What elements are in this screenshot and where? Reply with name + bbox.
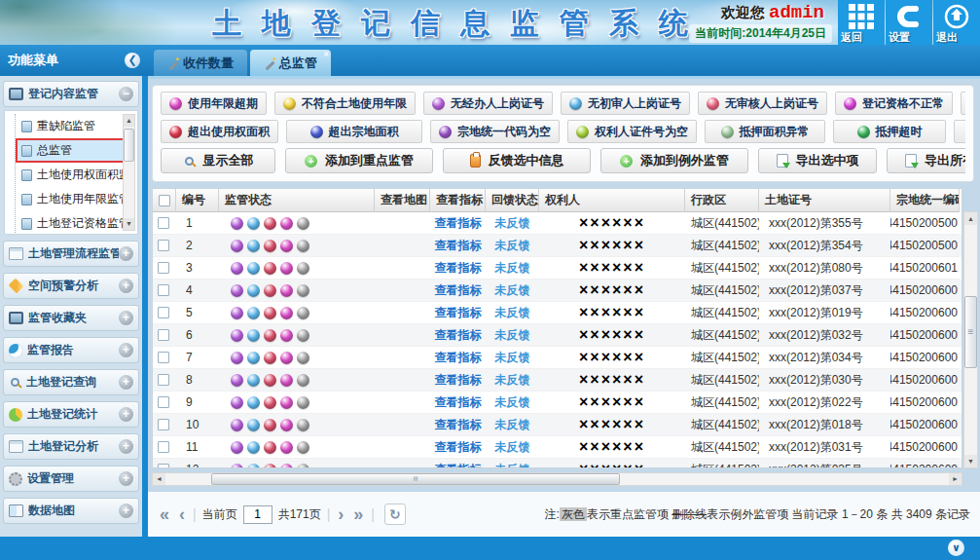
settings-button[interactable]: 设置 [886, 0, 932, 45]
row-checkbox[interactable] [158, 352, 169, 363]
vertical-scroll-thumb[interactable] [964, 296, 977, 368]
owner-cell: ×××××× [539, 212, 685, 235]
toolbar-button[interactable]: 反馈选中信息 [443, 148, 591, 173]
scroll-down-icon[interactable] [964, 455, 977, 467]
scroll-down-icon[interactable] [124, 218, 134, 230]
row-checkbox[interactable] [158, 262, 169, 274]
expand-toggle-icon[interactable]: + [119, 439, 133, 454]
column-header: 查看指标 [430, 189, 486, 212]
view-indicator-link[interactable]: 查看指标 [435, 215, 482, 232]
close-icon[interactable]: × [323, 50, 329, 59]
status-dot-icon [280, 419, 293, 431]
legend-item[interactable]: 使用年限超期 [161, 92, 267, 115]
row-checkbox[interactable] [158, 217, 169, 229]
legend-item[interactable]: 无经办人上岗证号 [423, 92, 553, 115]
chevron-down-icon[interactable] [948, 540, 964, 556]
sidebar-group[interactable]: 土地管理流程监管 + [3, 241, 139, 267]
row-checkbox[interactable] [158, 284, 169, 296]
horizontal-scroll-thumb[interactable] [211, 473, 620, 485]
toolbar-button[interactable]: 导出选中项 [758, 148, 877, 173]
row-checkbox[interactable] [158, 419, 169, 430]
row-checkbox[interactable] [158, 329, 169, 341]
sidebar-subitem[interactable]: 土地使用年限监管 [16, 187, 135, 211]
expand-toggle-icon[interactable]: + [119, 246, 133, 261]
legend-item[interactable]: 宗地统一代码为空 [430, 120, 560, 143]
scroll-up-icon[interactable] [124, 115, 134, 127]
sidebar-group[interactable]: 土地登记分析 + [3, 433, 139, 460]
prev-page-button[interactable]: ‹ [177, 504, 187, 524]
expand-toggle-icon[interactable]: + [119, 504, 133, 518]
view-indicator-link[interactable]: 查看指标 [435, 327, 482, 344]
legend-item[interactable]: 权利人证件号为空 [567, 120, 697, 143]
view-indicator-link[interactable]: 查看指标 [435, 462, 482, 469]
toolbar-button[interactable]: 显示全部 [161, 148, 275, 173]
view-indicator-link[interactable]: 查看指标 [435, 439, 482, 456]
expand-toggle-icon[interactable]: + [119, 279, 133, 293]
tab-inactive[interactable]: 收件数量 [154, 50, 247, 76]
sidebar-subitem[interactable]: 土地登记资格监管 [16, 211, 135, 235]
scroll-thumb[interactable] [124, 129, 134, 162]
expand-toggle-icon[interactable]: + [119, 471, 133, 486]
row-checkbox[interactable] [158, 307, 169, 318]
row-checkbox[interactable] [158, 396, 169, 408]
view-indicator-link[interactable]: 查看指标 [435, 260, 482, 277]
back-button[interactable]: 返回 [838, 0, 885, 45]
expand-toggle-icon[interactable]: − [119, 87, 133, 101]
scroll-left-icon[interactable] [153, 473, 165, 485]
sidebar-group[interactable]: 设置管理 + [3, 466, 139, 492]
row-checkbox[interactable] [158, 374, 169, 386]
tab-active[interactable]: 总监管 × [250, 50, 331, 76]
sidebar-group[interactable]: 土地登记统计 + [3, 401, 139, 428]
view-indicator-link[interactable]: 查看指标 [435, 305, 482, 321]
view-indicator-link[interactable]: 查看指标 [435, 350, 482, 366]
view-indicator-link[interactable]: 查看指标 [435, 394, 482, 411]
row-checkbox[interactable] [158, 240, 169, 251]
submenu-scrollbar[interactable] [123, 114, 135, 231]
vertical-scrollbar[interactable] [963, 211, 978, 468]
horizontal-scrollbar[interactable] [152, 472, 962, 486]
legend-item[interactable]: 无初审人上岗证号 [561, 92, 690, 115]
legend-item[interactable]: 不符合土地使用年限 [274, 92, 416, 115]
toolbar-button[interactable]: 导出所有 [887, 148, 965, 173]
last-page-button[interactable]: » [351, 504, 365, 524]
view-indicator-link[interactable]: 查看指标 [435, 282, 482, 299]
sidebar-subitem[interactable]: 重缺陷监管 [16, 114, 135, 138]
page-number-input[interactable] [243, 505, 272, 524]
feedback-icon [470, 154, 481, 168]
chevron-left-icon[interactable]: ❮ [125, 53, 140, 68]
expand-toggle-icon[interactable]: + [119, 407, 133, 422]
expand-toggle-icon[interactable]: + [119, 375, 133, 390]
legend-item[interactable]: 超出使用权面积 [161, 120, 278, 143]
scroll-up-icon[interactable] [964, 212, 977, 225]
row-checkbox[interactable] [158, 464, 169, 468]
first-page-button[interactable]: « [158, 504, 171, 524]
next-page-button[interactable]: › [336, 504, 345, 524]
sidebar-group[interactable]: 数据地图 + [3, 498, 139, 524]
sidebar-subitem[interactable]: 土地使用权面积监管 [16, 163, 135, 187]
view-indicator-link[interactable]: 查看指标 [435, 372, 482, 389]
legend-item[interactable]: 不能用于抵押 [954, 120, 965, 143]
logout-button[interactable]: 退出 [933, 0, 980, 45]
expand-toggle-icon[interactable]: + [119, 343, 133, 357]
sidebar-group[interactable]: 监管收藏夹 + [3, 305, 139, 331]
sidebar-subitem[interactable]: 总监管 [16, 138, 135, 163]
legend-item[interactable]: 抵押面积异常 [705, 120, 825, 143]
view-indicator-link[interactable]: 查看指标 [435, 238, 482, 254]
legend-item[interactable]: 抵押超时 [833, 120, 946, 143]
sidebar-group[interactable]: 土地登记查询 + [3, 369, 139, 395]
legend-item[interactable]: 土地用途变化异常 [961, 92, 965, 115]
view-indicator-link[interactable]: 查看指标 [435, 417, 482, 433]
scroll-right-icon[interactable] [949, 473, 962, 485]
sidebar-group[interactable]: 监管报告 + [3, 337, 139, 363]
sidebar-group[interactable]: 空间预警分析 + [3, 273, 139, 299]
legend-item[interactable]: 登记资格不正常 [835, 92, 953, 115]
sidebar-group[interactable]: 登记内容监管 − [3, 81, 139, 107]
toolbar-button[interactable]: 添加到例外监管 [600, 148, 748, 173]
select-all-checkbox[interactable] [159, 195, 170, 206]
row-checkbox[interactable] [158, 441, 169, 453]
toolbar-button[interactable]: 添加到重点监管 [285, 148, 433, 173]
legend-item[interactable]: 无审核人上岗证号 [698, 92, 827, 115]
legend-item[interactable]: 超出宗地面积 [286, 120, 422, 143]
refresh-button[interactable]: ↻ [384, 504, 406, 525]
expand-toggle-icon[interactable]: + [119, 311, 133, 325]
